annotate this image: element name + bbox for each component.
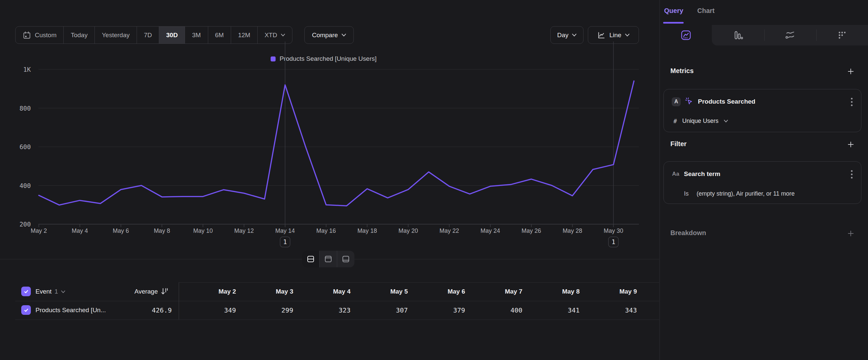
granularity-label: Day (557, 32, 568, 39)
date-range-label: 6M (215, 32, 224, 39)
tab-query[interactable]: Query (664, 7, 683, 15)
table-value-cell: 343 (580, 301, 637, 320)
date-column-header[interactable]: May 8 (523, 282, 580, 301)
date-column-label: May 8 (562, 288, 580, 295)
x-axis-label: May 8 (154, 227, 170, 234)
layout-split-view-button[interactable] (302, 251, 319, 267)
split-view-icon (306, 255, 315, 264)
x-axis-label: May 6 (113, 227, 129, 234)
date-range-label: 12M (238, 32, 250, 39)
x-axis-label: May 10 (193, 227, 213, 234)
table-value-cell: 341 (523, 301, 580, 320)
compare-label: Compare (312, 32, 338, 39)
number-aggregation-icon: # (673, 117, 677, 124)
date-column-header[interactable]: May 9 (580, 282, 637, 301)
date-column-header[interactable]: May 6 (408, 282, 465, 301)
filter-property-name: Search term (684, 170, 720, 178)
date-column-header[interactable]: May 5 (350, 282, 408, 301)
view-tab-retention[interactable] (816, 25, 868, 46)
active-tab-underline (663, 22, 684, 24)
metric-letter-badge: A (672, 97, 681, 106)
date-column-label: May 7 (505, 288, 523, 295)
metrics-section-title: Metrics (671, 67, 693, 75)
tab-separator (764, 30, 765, 41)
string-property-icon: Aa (672, 171, 679, 177)
chevron-down-icon (281, 33, 285, 36)
x-axis-label: May 30 (604, 227, 623, 234)
calendar-icon (23, 31, 31, 39)
x-axis-label: May 16 (316, 227, 336, 234)
tab-chart[interactable]: Chart (697, 7, 714, 15)
filter-menu-button[interactable] (850, 170, 853, 179)
average-value-cell: 426.9 (0, 301, 172, 320)
view-tab-insights[interactable] (660, 25, 712, 46)
chart-type-label: Line (610, 32, 621, 39)
x-axis-label: May 20 (399, 227, 418, 234)
y-axis-label: 600 (20, 143, 31, 150)
layout-toggle (302, 251, 354, 267)
y-axis-label: 400 (20, 182, 31, 189)
average-label: Average (134, 288, 158, 295)
metric-card[interactable]: A Products Searched # Unique Users (663, 89, 861, 132)
metric-name: Products Searched (698, 98, 755, 105)
layout-table-only-button[interactable] (337, 251, 354, 267)
table-only-icon (341, 255, 350, 264)
aggregation-label: Unique Users (682, 117, 718, 124)
date-column-label: May 9 (619, 288, 637, 295)
table-header-row: Event 1 Average May 2May 3May 4May 5May … (0, 282, 659, 301)
table-value-cell: 307 (350, 301, 408, 320)
date-column-header[interactable]: May 3 (236, 282, 293, 301)
date-column-label: May 2 (218, 288, 236, 295)
insights-report-page: CustomTodayYesterday7D30D3M6M12MXTD Comp… (0, 0, 868, 360)
date-column-label: May 4 (333, 288, 350, 295)
add-breakdown-button[interactable] (846, 229, 855, 238)
plus-icon (847, 140, 855, 148)
x-axis-label: May 12 (234, 227, 254, 234)
average-column-header[interactable]: Average (0, 282, 168, 301)
metric-menu-button[interactable] (850, 97, 853, 107)
date-range-label: Custom (35, 32, 56, 39)
layout-chart-only-button[interactable] (319, 251, 337, 267)
x-axis-label: May 28 (563, 227, 582, 234)
date-range-label: 7D (144, 32, 152, 39)
annotation-marker-label: 1 (283, 238, 287, 245)
table-bottom-border (15, 320, 659, 320)
main-panel: CustomTodayYesterday7D30D3M6M12MXTD Comp… (0, 0, 659, 360)
add-filter-button[interactable] (846, 140, 855, 149)
x-axis-label: May 24 (480, 227, 500, 234)
filter-value: (empty string), Air purifier, or 11 more (696, 190, 795, 197)
table-value-cell: 323 (293, 301, 351, 320)
line-chart-icon (597, 31, 606, 39)
date-range-label: Today (71, 32, 88, 39)
chart-only-icon (324, 255, 333, 264)
table-value-cell: 400 (465, 301, 523, 320)
date-column-label: May 6 (447, 288, 465, 295)
date-column-header[interactable]: May 7 (465, 282, 523, 301)
event-click-icon (685, 97, 694, 106)
date-value-cells: 349299323307379400341343 (179, 301, 637, 320)
x-axis-label: May 2 (31, 227, 47, 234)
add-metric-button[interactable] (846, 67, 855, 76)
table-value-cell: 379 (408, 301, 465, 320)
series-line (39, 81, 634, 206)
date-column-label: May 3 (276, 288, 293, 295)
table-value-cell: 349 (179, 301, 236, 320)
chevron-down-icon (341, 33, 346, 36)
y-axis-label: 800 (20, 105, 31, 112)
table-row: Products Searched [Un... 426.9 349299323… (0, 301, 659, 320)
view-tab-funnels[interactable] (712, 25, 764, 46)
plus-icon (847, 229, 855, 238)
filter-condition[interactable]: Is (empty string), Air purifier, or 11 m… (684, 188, 795, 199)
kebab-icon (851, 170, 853, 179)
filter-card[interactable]: Aa Search term Is (empty string), Air pu… (663, 161, 861, 204)
filter-section-title: Filter (671, 140, 687, 148)
date-column-header[interactable]: May 4 (293, 282, 351, 301)
aggregation-selector[interactable]: # Unique Users (673, 115, 728, 127)
y-axis-label: 200 (20, 221, 31, 228)
chevron-down-icon (572, 33, 577, 36)
annotation-marker-label: 1 (611, 238, 615, 245)
query-sidebar: Query Chart Metrics A Products Searched … (659, 0, 868, 360)
date-column-header[interactable]: May 2 (179, 282, 236, 301)
date-range-label: Yesterday (102, 32, 130, 39)
view-tab-flows[interactable] (764, 25, 816, 46)
